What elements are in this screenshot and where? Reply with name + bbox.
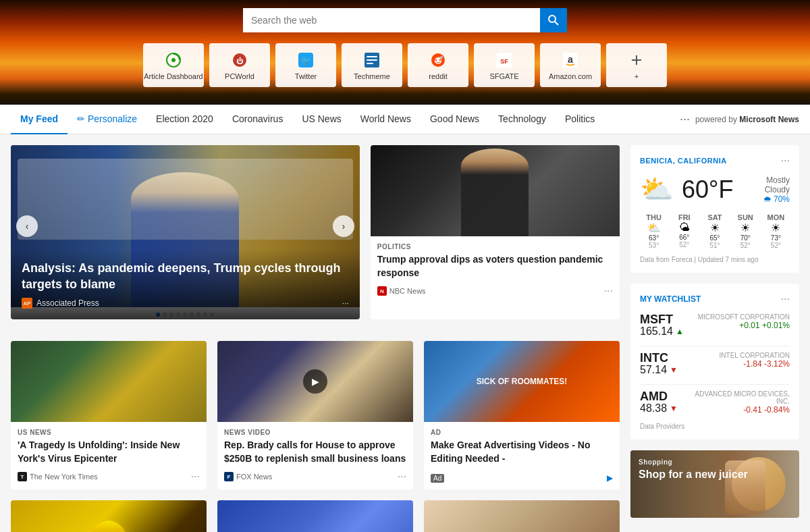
- shopping-widget[interactable]: Shopping Shop for a new juicer: [630, 450, 799, 518]
- featured-story-source: AP Associated Press ···: [22, 298, 349, 309]
- bottom-card-2[interactable]: [217, 500, 413, 532]
- main-content: ‹ › Analysis: As pandemic deepens, Trump…: [0, 134, 810, 532]
- svg-rect-11: [367, 63, 373, 64]
- carousel-prev-button[interactable]: ‹: [16, 215, 38, 237]
- shortcut-twitter[interactable]: 🐦Twitter: [275, 43, 336, 87]
- forecast-temps: 66°52°: [670, 234, 698, 248]
- card-image: [11, 341, 207, 422]
- forecast-temps: 63°53°: [640, 234, 668, 249]
- watchlist-widget: MY WATCHLIST ··· MSFT 165.14 ▲ MICROSOFT…: [630, 284, 799, 440]
- nav-tab-my_feed[interactable]: My Feed: [11, 105, 68, 134]
- nav-tab-__personalize[interactable]: ✏ Personalize: [68, 105, 146, 134]
- stock-row-msft[interactable]: MSFT 165.14 ▲ MICROSOFT CORPORATION +0.0…: [640, 313, 790, 346]
- svg-line-1: [555, 22, 558, 25]
- svg-point-15: [439, 59, 441, 60]
- forecast-day-label: THU: [640, 213, 668, 221]
- card-more-button[interactable]: ···: [398, 471, 406, 483]
- bottom-card-3-image: [424, 500, 620, 532]
- nav-tab-election_2020[interactable]: Election 2020: [146, 105, 223, 134]
- svg-point-3: [171, 58, 176, 62]
- nav-tab-coronavirus[interactable]: Coronavirus: [223, 105, 292, 134]
- article-cards-row: US NEWS 'A Tragedy Is Unfolding': Inside…: [11, 341, 620, 489]
- watchlist-more-button[interactable]: ···: [781, 293, 790, 305]
- stock-price: 165.14 ▲: [640, 325, 695, 338]
- forecast-day-label: FRI: [670, 213, 698, 221]
- svg-point-0: [549, 16, 556, 22]
- carousel-next-button[interactable]: ›: [333, 215, 354, 237]
- source-logo: AP: [22, 298, 32, 309]
- featured-right-card[interactable]: POLITICS Trump approval dips as voters q…: [371, 145, 620, 319]
- stock-company: ADVANCED MICRO DEVICES, INC.: [680, 390, 790, 405]
- card-image: SICK OF ROOMMATES!: [424, 341, 620, 422]
- data-providers-label: Data Providers: [640, 423, 790, 430]
- weather-temperature: 60°F: [682, 176, 733, 204]
- nav-tab-world_news[interactable]: World News: [351, 105, 421, 134]
- featured-more-button[interactable]: ···: [342, 298, 349, 308]
- ad-external-link[interactable]: ▶: [607, 473, 613, 483]
- ad-card[interactable]: SICK OF ROOMMATES! AD Make Great Adverti…: [424, 341, 620, 489]
- shortcut-sfgate[interactable]: SFSFGATE: [474, 43, 535, 87]
- stock-price: 57.14 ▼: [640, 364, 717, 376]
- card-title: Make Great Advertising Videos - No Editi…: [431, 439, 613, 465]
- shortcut-icon: ⏻: [230, 51, 249, 70]
- shortcut-amazoncom[interactable]: aAmazon.com: [540, 43, 601, 87]
- stock-company: MICROSOFT CORPORATION: [698, 313, 790, 321]
- nav-tab-technology[interactable]: Technology: [489, 105, 556, 134]
- bottom-card-1-image: [11, 500, 207, 532]
- bottom-card-2-image: [217, 500, 413, 532]
- featured-right-footer: N NBC News ···: [377, 285, 613, 297]
- nav-more-button[interactable]: ···: [674, 112, 695, 126]
- forecast-day-label: SAT: [701, 213, 728, 221]
- svg-text:⏻: ⏻: [236, 57, 244, 65]
- search-input[interactable]: [243, 8, 540, 32]
- nav-tab-good_news[interactable]: Good News: [421, 105, 489, 134]
- card-body: NEWS VIDEO Rep. Brady calls for House to…: [217, 422, 413, 489]
- nav-tab-politics[interactable]: Politics: [556, 105, 604, 134]
- weather-more-button[interactable]: ···: [781, 155, 790, 167]
- forecast-day-label: MON: [762, 213, 790, 221]
- stocks-list: MSFT 165.14 ▲ MICROSOFT CORPORATION +0.0…: [640, 313, 790, 415]
- nav-tab-us_news[interactable]: US News: [292, 105, 350, 134]
- shortcut-reddit[interactable]: reddit: [408, 43, 468, 87]
- card-more-button[interactable]: ···: [191, 471, 200, 483]
- shortcut-+[interactable]: +: [606, 43, 667, 87]
- stock-row-intc[interactable]: INTC 57.14 ▼ INTEL CORPORATION -1.84 -3.…: [640, 352, 790, 385]
- watchlist-title[interactable]: MY WATCHLIST: [640, 294, 701, 304]
- search-button[interactable]: [540, 8, 567, 32]
- forecast-icon: ☀: [732, 221, 759, 234]
- forecast-day-fri: FRI 🌤 66°52°: [670, 213, 698, 249]
- shortcut-article_dashboard[interactable]: Article Dashboard: [143, 43, 204, 87]
- card-more-button[interactable]: ···: [604, 285, 613, 297]
- video-play-button[interactable]: ▶: [303, 369, 327, 394]
- forecast-temps: 73°52°: [762, 234, 790, 249]
- card-footer: T The New York Times ···: [18, 471, 200, 483]
- stock-ticker: AMD: [640, 390, 678, 402]
- weather-rain: 🌧 70%: [741, 194, 790, 204]
- featured-right-title: Trump approval dips as voters question p…: [377, 253, 613, 280]
- featured-story-card[interactable]: ‹ › Analysis: As pandemic deepens, Trump…: [11, 145, 360, 319]
- stock-arrow-icon: ▼: [670, 365, 678, 375]
- forecast-day-mon: MON ☀ 73°52°: [762, 213, 790, 249]
- bottom-card-3[interactable]: [424, 500, 620, 532]
- article-card-0[interactable]: US NEWS 'A Tragedy Is Unfolding': Inside…: [11, 341, 207, 489]
- featured-right-body: POLITICS Trump approval dips as voters q…: [371, 236, 620, 304]
- shortcut-pcworld[interactable]: ⏻PCWorld: [209, 43, 270, 87]
- bottom-card-1[interactable]: [11, 500, 207, 532]
- ad-badge: Ad: [431, 474, 444, 483]
- svg-text:SF: SF: [500, 58, 508, 65]
- featured-right-image: [371, 145, 620, 236]
- weather-location[interactable]: BENICIA, CALIFORNIA: [640, 157, 727, 165]
- card-body: US NEWS 'A Tragedy Is Unfolding': Inside…: [11, 422, 207, 489]
- svg-rect-9: [367, 56, 377, 57]
- weather-widget: BENICIA, CALIFORNIA ··· ⛅ 60°F Mostly Cl…: [630, 145, 799, 273]
- shortcut-techmeme[interactable]: Techmeme: [342, 43, 402, 87]
- shopping-title: Shop for a new juicer: [639, 469, 791, 481]
- card-footer: F FOX News ···: [224, 471, 406, 483]
- shortcut-icon: a: [561, 51, 580, 70]
- stock-row-amd[interactable]: AMD 48.38 ▼ ADVANCED MICRO DEVICES, INC.…: [640, 390, 790, 415]
- powered-by: powered by Microsoft News: [695, 115, 799, 124]
- article-card-1[interactable]: ▶ NEWS VIDEO Rep. Brady calls for House …: [217, 341, 413, 489]
- shortcut-icon: [362, 51, 381, 70]
- card-category: NEWS VIDEO: [224, 429, 406, 436]
- featured-story-title: Analysis: As pandemic deepens, Trump cyc…: [22, 261, 349, 292]
